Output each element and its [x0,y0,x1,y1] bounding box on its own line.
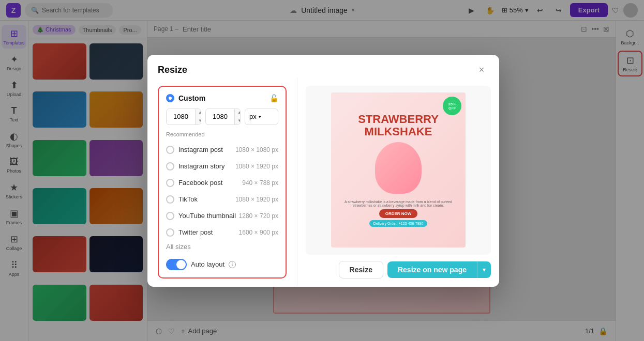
size-name-tiktok: TikTok [178,195,198,203]
size-name-youtube-thumbnail: YouTube thumbnail [178,212,236,220]
size-dims-instagram-story: 1080 × 1920 px [235,163,278,170]
size-option-left: YouTube thumbnail [166,212,236,220]
modal-title: Resize [158,65,187,75]
custom-option-row: Custom 🔓 [166,94,278,102]
size-option-instagram-story[interactable]: Instagram story 1080 × 1920 px [166,158,278,175]
modal-preview-area: STRAWBERRY MILKSHAKE 35% OFF A strawberr… [306,86,491,255]
size-option-tiktok[interactable]: TikTok 1080 × 1920 px [166,191,278,208]
height-down-arrow[interactable]: ▼ [235,117,241,125]
preview-description: A strawberry milkshake is a beverage mad… [339,200,457,207]
recommended-label: Recommended [166,131,278,137]
size-name-instagram-story: Instagram story [178,162,225,170]
modal-overlay: Resize × Custom 🔓 [0,0,644,341]
modal-body: Custom 🔓 1080 ▲ ▼ [147,78,499,287]
size-option-left: Twitter post [166,228,213,237]
radio-inner [169,97,172,100]
custom-section: Custom 🔓 1080 ▲ ▼ [158,86,287,278]
custom-label: Custom [178,94,205,102]
preview-delivery: Delivery Order: +123-456-7890 [369,220,428,227]
preview-title-2: MILKSHAKE [365,126,432,138]
modal-close-button[interactable]: × [474,63,489,78]
all-sizes-link[interactable]: All sizes [166,241,278,253]
width-down-arrow[interactable]: ▼ [196,117,201,125]
size-dims-youtube-thumbnail: 1280 × 720 px [239,212,278,220]
unit-select[interactable]: px ▾ [245,109,278,125]
size-dims-facebook-post: 940 × 788 px [242,179,278,187]
height-arrows: ▲ ▼ [234,109,241,125]
lock-dimensions-icon[interactable]: 🔓 [269,94,278,102]
resize-modal: Resize × Custom 🔓 [147,55,499,287]
resize-button[interactable]: Resize [339,261,383,278]
size-radio-facebook-post [166,179,174,187]
width-input-group: 1080 ▲ ▼ [166,109,201,125]
size-option-left: Instagram story [166,162,225,171]
size-options-list: Instagram post 1080 × 1080 px Instagram … [166,142,278,241]
preview-title-1: STRAWBERRY [358,113,439,126]
resize-new-page-group: Resize on new page ▾ [387,261,491,278]
size-radio-tiktok [166,195,174,204]
size-radio-youtube-thumbnail [166,212,174,220]
size-option-instagram-post[interactable]: Instagram post 1080 × 1080 px [166,142,278,158]
size-option-left: Instagram post [166,146,223,154]
size-radio-twitter-post [166,228,174,237]
auto-layout-label: Auto layout [191,260,224,268]
modal-preview-design: STRAWBERRY MILKSHAKE 35% OFF A strawberr… [331,92,466,247]
auto-layout-toggle[interactable] [166,259,187,270]
unit-value: px [249,113,257,120]
size-option-left: TikTok [166,195,198,204]
height-input[interactable]: 1080 [206,113,234,120]
preview-order-btn[interactable]: ORDER NOW [379,209,418,218]
dimension-row: 1080 ▲ ▼ 1080 ▲ ▼ [166,109,278,125]
modal-right-panel: STRAWBERRY MILKSHAKE 35% OFF A strawberr… [297,78,499,287]
preview-milkshake-image [375,142,422,194]
height-input-group: 1080 ▲ ▼ [205,109,241,125]
size-dims-instagram-post: 1080 × 1080 px [235,146,278,153]
size-dims-tiktok: 1080 × 1920 px [235,196,278,203]
width-input[interactable]: 1080 [167,113,195,120]
size-name-facebook-post: Facebook post [178,179,222,187]
size-radio-instagram-post [166,146,174,154]
size-dims-twitter-post: 1600 × 900 px [239,229,278,236]
modal-header: Resize × [147,55,499,78]
preview-badge: 35% OFF [443,97,461,115]
width-up-arrow[interactable]: ▲ [196,109,201,117]
size-radio-instagram-story [166,162,174,171]
resize-new-page-button[interactable]: Resize on new page [387,261,477,278]
size-name-instagram-post: Instagram post [178,146,223,153]
custom-radio-label[interactable]: Custom [166,94,205,102]
height-up-arrow[interactable]: ▲ [235,109,241,117]
size-option-twitter-post[interactable]: Twitter post 1600 × 900 px [166,224,278,241]
size-option-facebook-post[interactable]: Facebook post 940 × 788 px [166,175,278,191]
size-name-twitter-post: Twitter post [178,228,213,236]
width-arrows: ▲ ▼ [195,109,201,125]
resize-new-page-chevron[interactable]: ▾ [477,261,491,278]
auto-layout-row: Auto layout i [166,253,278,270]
modal-left-panel: Custom 🔓 1080 ▲ ▼ [147,78,297,287]
auto-layout-info-icon[interactable]: i [229,261,236,268]
size-option-left: Facebook post [166,179,222,187]
unit-chevron-icon: ▾ [259,114,261,119]
toggle-thumb [176,260,186,269]
size-option-youtube-thumbnail[interactable]: YouTube thumbnail 1280 × 720 px [166,208,278,224]
custom-radio-selected [166,94,174,102]
modal-footer: Resize Resize on new page ▾ [306,255,491,278]
